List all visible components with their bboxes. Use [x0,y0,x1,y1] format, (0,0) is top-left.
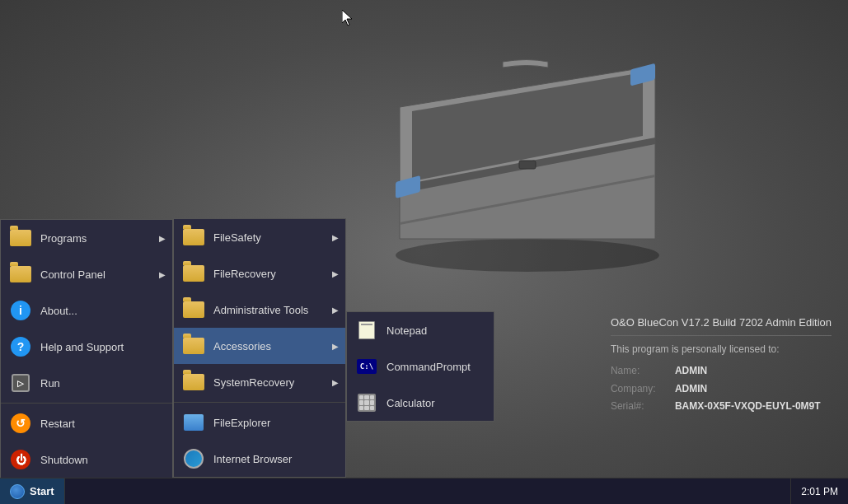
menu-item-about-label: About... [40,305,77,317]
about-icon: i [9,299,32,322]
info-company-row: Company: ADMIN [611,380,832,399]
menu-item-shutdown-label: Shutdown [40,454,88,466]
menu-item-filerecovery-label: FileRecovery [213,268,276,280]
menu-item-sysrecovery-label: SystemRecovery [213,376,294,389]
info-serial-label: Serial#: [611,398,668,416]
info-name-label: Name: [611,362,668,380]
menu-item-internet-browser[interactable]: Internet Browser [174,441,345,477]
menu-item-admin-tools[interactable]: Administrative Tools ▶ [174,292,345,328]
programs-arrow: ▶ [159,234,166,243]
menu-item-commandprompt-label: CommandPrompt [387,361,471,373]
clock: 2:01 PM [790,478,848,504]
menu-separator-1 [1,403,172,404]
calculator-icon [355,391,378,414]
run-icon: ▷ [9,371,32,394]
menu-item-commandprompt[interactable]: C:\ CommandPrompt [347,348,494,385]
info-licensed: This program is personally licensed to: [611,341,832,359]
programs-separator [174,402,345,403]
menu-item-filesafety[interactable]: FileSafety ▶ [174,219,345,255]
menu-item-calculator-label: Calculator [387,397,435,409]
info-company-label: Company: [611,380,668,399]
sysrecovery-icon [182,371,205,394]
accessories-arrow: ▶ [332,342,339,351]
menu-item-restart-label: Restart [40,418,75,430]
control-panel-icon [9,263,32,286]
info-panel: O&O BlueCon V17.2 Build 7202 Admin Editi… [611,313,832,416]
programs-menu: FileSafety ▶ FileRecovery ▶ Administrati… [173,218,346,478]
filerecovery-icon [182,262,205,285]
commandprompt-icon: C:\ [355,355,378,378]
taskbar: Start 2:01 PM [0,478,848,504]
start-button[interactable]: Start [0,478,65,504]
help-icon: ? [9,335,32,358]
menu-item-help[interactable]: ? Help and Support [1,329,172,365]
info-divider [611,335,832,336]
start-orb [10,484,25,499]
filerecovery-arrow: ▶ [332,269,339,278]
sysrecovery-arrow: ▶ [332,378,339,387]
menu-item-programs[interactable]: Programs ▶ [1,220,172,256]
menu-item-filesafety-label: FileSafety [213,231,261,244]
menu-item-accessories[interactable]: Accessories ▶ [174,328,345,364]
menu-item-programs-label: Programs [40,232,87,245]
menu-item-about[interactable]: i About... [1,292,172,329]
filesafety-icon [182,226,205,249]
menu-item-shutdown[interactable]: ⏻ Shutdown [1,441,172,478]
accessories-icon [182,334,205,357]
menu-item-admin-tools-label: Administrative Tools [213,304,308,316]
info-serial-row: Serial#: BAMX-0X5F-VXQD-EUYL-0M9T [611,398,832,416]
programs-icon [9,226,32,250]
fileexplorer-icon [182,411,205,434]
start-menu: Programs ▶ Control Panel ▶ i About... ? … [0,219,173,478]
filesafety-arrow: ▶ [332,233,339,242]
menu-item-calculator[interactable]: Calculator [347,385,494,421]
svg-point-0 [396,239,659,272]
info-name-value: ADMIN [675,362,707,380]
laptop-illustration [358,41,688,272]
start-label: Start [30,485,54,497]
info-title: O&O BlueCon V17.2 Build 7202 Admin Editi… [611,313,832,332]
internet-browser-icon [182,447,205,470]
menu-item-notepad[interactable]: Notepad [347,312,494,348]
menu-item-accessories-label: Accessories [213,340,271,352]
menu-item-fileexplorer-label: FileExplorer [213,417,270,429]
admin-tools-icon [182,298,205,321]
menu-item-sysrecovery[interactable]: SystemRecovery ▶ [174,364,345,400]
control-panel-arrow: ▶ [159,270,166,279]
restart-icon: ↺ [9,412,32,435]
menu-item-restart[interactable]: ↺ Restart [1,405,172,441]
info-company-value: ADMIN [675,380,707,399]
menu-item-run[interactable]: ▷ Run [1,365,172,401]
menu-item-control-panel[interactable]: Control Panel ▶ [1,256,172,292]
menu-item-internet-browser-label: Internet Browser [213,453,292,465]
menu-item-fileexplorer[interactable]: FileExplorer [174,404,345,441]
menu-item-run-label: Run [40,377,60,390]
info-name-row: Name: ADMIN [611,362,832,380]
accessories-menu: Notepad C:\ CommandPrompt Calculator [346,311,494,422]
menu-item-filerecovery[interactable]: FileRecovery ▶ [174,255,345,292]
menu-item-control-panel-label: Control Panel [40,268,105,281]
menu-item-help-label: Help and Support [40,341,124,353]
svg-rect-3 [519,161,536,169]
menu-item-notepad-label: Notepad [387,324,427,337]
desktop: O&O BlueCon V17.2 Build 7202 Admin Editi… [0,0,848,504]
shutdown-icon: ⏻ [9,448,32,471]
notepad-icon [355,319,378,342]
info-serial-value: BAMX-0X5F-VXQD-EUYL-0M9T [675,398,821,416]
cursor [342,10,352,26]
admin-tools-arrow: ▶ [332,306,339,315]
